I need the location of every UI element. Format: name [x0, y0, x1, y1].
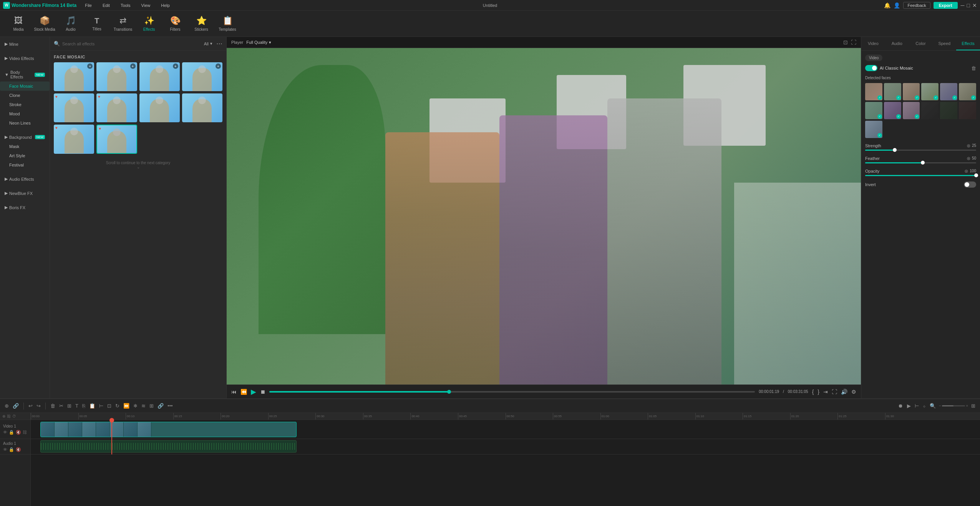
face-thumb-1[interactable]: ✓ [865, 83, 882, 100]
track-audio-mute-icon[interactable]: 🔇 [16, 447, 21, 452]
tl-add-icon[interactable]: ⊕ [2, 414, 5, 418]
tab-audio[interactable]: Audio [885, 37, 909, 50]
sidebar-item-stroke[interactable]: Stroke [0, 100, 50, 109]
strength-reset-icon[interactable]: ◎ [967, 143, 970, 148]
face-thumb-13[interactable]: ✓ [865, 121, 882, 138]
effects-filter[interactable]: All ▾ [204, 41, 212, 46]
face-thumb-5[interactable]: ✓ [940, 83, 957, 100]
track-mute-icon[interactable]: 🔇 [16, 430, 21, 435]
tl-grid-icon[interactable]: ⊞ [970, 402, 976, 409]
strength-track[interactable] [865, 150, 976, 151]
step-back-icon[interactable]: ⏪ [240, 389, 247, 395]
tl-zoom-icon[interactable]: 🔍 [929, 402, 937, 409]
toolbar-stock-media[interactable]: 📦 Stock Media [32, 13, 57, 35]
face-thumb-9[interactable]: ✓ [903, 102, 920, 119]
strength-thumb[interactable] [893, 148, 897, 152]
add-icon-paint[interactable]: + [216, 63, 221, 69]
toolbar-stickers[interactable]: ⭐ Stickers [189, 13, 214, 35]
face-thumb-10[interactable] [921, 102, 939, 119]
track-connect-icon[interactable]: ⛓ [23, 430, 27, 435]
tl-speed-icon[interactable]: ⏩ [123, 402, 130, 409]
user-icon[interactable]: 👤 [894, 2, 900, 8]
face-thumb-2[interactable]: ✓ [884, 83, 901, 100]
volume-icon[interactable]: 🔊 [841, 389, 847, 395]
stop-icon[interactable]: ⏹ [260, 389, 265, 395]
tl-rotate-icon[interactable]: ↻ [114, 402, 120, 409]
effect-card-scribble-blur[interactable]: + AI Scribble Blur [96, 62, 137, 91]
sidebar-header-boris[interactable]: ▶ Boris FX [0, 203, 50, 212]
opacity-thumb[interactable] [974, 173, 978, 177]
heart-icon-classic[interactable]: ♥ [99, 126, 101, 131]
tl-split-icon[interactable]: ⊞ [66, 402, 72, 409]
tl-group-icon[interactable]: ⊞ [149, 402, 154, 409]
effect-card-paint-blur[interactable]: + AI Paint Blur [182, 62, 222, 91]
tl-crop-icon[interactable]: ⊡ [106, 402, 112, 409]
heart-icon-surface[interactable]: ♥ [55, 126, 58, 130]
face-thumb-4[interactable]: ✓ [921, 83, 939, 100]
tl-trim-icon[interactable]: ⊢ [98, 402, 104, 409]
toolbar-effects[interactable]: ✨ Effects [137, 13, 161, 35]
toolbar-filters[interactable]: 🎨 Filters [163, 13, 187, 35]
opacity-reset-icon[interactable]: ◎ [965, 169, 968, 173]
tab-color[interactable]: Color [909, 37, 933, 50]
close-button[interactable]: ✕ [972, 2, 977, 8]
minimize-button[interactable]: ─ [961, 2, 965, 8]
tl-freeze-icon[interactable]: ❄ [133, 402, 138, 409]
effect-card-pastel-blur[interactable]: + AI Pastel Blur [139, 62, 180, 91]
fullscreen-btn-icon[interactable]: ⛶ [832, 389, 837, 395]
feedback-button[interactable]: Feedback [903, 2, 930, 9]
search-input[interactable] [62, 42, 202, 46]
sidebar-header-mine[interactable]: ▶ Mine [0, 39, 50, 49]
sidebar-item-mask[interactable]: Mask [0, 142, 50, 151]
effect-toggle[interactable] [865, 65, 877, 71]
sidebar-item-festival[interactable]: Festival [0, 160, 50, 170]
feather-reset-icon[interactable]: ◎ [967, 156, 970, 160]
feather-thumb[interactable] [921, 161, 925, 165]
video-clip-1[interactable] [40, 422, 297, 437]
effect-card-surface-blur[interactable]: ♥ AI Surface Blur [54, 125, 94, 153]
face-thumb-7[interactable]: ✓ [865, 102, 882, 119]
track-lock-icon[interactable]: 🔒 [9, 430, 14, 435]
audio-clip-1[interactable] [40, 440, 297, 453]
effect-card-cross-blur[interactable]: AI Cross Blur [182, 93, 222, 122]
menu-tools[interactable]: Tools [118, 2, 133, 8]
toolbar-titles[interactable]: T Titles [85, 13, 109, 35]
tab-effects[interactable]: Effects [956, 37, 980, 50]
sidebar-item-face-mosaic[interactable]: Face Mosaic [0, 82, 50, 91]
tl-copy-icon[interactable]: ⎘ [81, 402, 86, 409]
tl-link-icon[interactable]: 🔗 [157, 402, 164, 409]
tl-cut-icon[interactable]: ✂ [58, 402, 64, 409]
effect-card-ink-blur[interactable]: AI Ink Blur [139, 93, 180, 122]
toolbar-transitions[interactable]: ⇄ Transitions [111, 13, 135, 35]
menu-view[interactable]: View [139, 2, 153, 8]
heart-icon-horiz[interactable]: ♥ [98, 95, 100, 99]
tl-magnetic-icon[interactable]: 🔗 [12, 402, 20, 409]
quality-selector[interactable]: Full Quality ▾ [246, 40, 271, 45]
tl-redo-icon[interactable]: ↪ [36, 402, 41, 409]
tl-link2-icon[interactable]: ⛓ [7, 414, 11, 418]
face-thumb-3[interactable]: ✓ [903, 83, 920, 100]
effect-card-classic-mosaic[interactable]: ♥ AI Classic Mosaic [96, 125, 137, 153]
skip-back-icon[interactable]: ⏮ [231, 389, 237, 395]
face-thumb-12[interactable] [959, 102, 976, 119]
tab-video[interactable]: Video [861, 37, 885, 50]
clip-to-playhead-icon[interactable]: ⇥ [823, 389, 828, 395]
track-audio-lock-icon[interactable]: 🔒 [9, 447, 14, 452]
sidebar-header-video-effects[interactable]: ▶ Video Effects [0, 53, 50, 63]
tl-delete-icon[interactable]: 🗑 [50, 402, 56, 409]
effect-card-horizontal-blur[interactable]: ♥ AI Horizontal Blur [96, 93, 137, 122]
tl-play-icon[interactable]: ▶ [906, 402, 912, 409]
playhead[interactable] [111, 420, 112, 454]
toolbar-audio[interactable]: 🎵 Audio [58, 13, 83, 35]
tl-snap-icon[interactable]: ⊢ [914, 402, 920, 409]
toolbar-templates[interactable]: 📋 Templates [215, 13, 240, 35]
mark-out-icon[interactable]: } [817, 389, 819, 395]
tl-undo-icon[interactable]: ↩ [28, 402, 33, 409]
sidebar-header-audio-effects[interactable]: ▶ Audio Effects [0, 174, 50, 184]
tl-record-icon[interactable]: ⏺ [897, 402, 904, 409]
invert-toggle[interactable] [964, 181, 976, 188]
sidebar-item-mood[interactable]: Mood [0, 109, 50, 118]
export-button[interactable]: Export [934, 2, 958, 9]
tl-clock-icon[interactable]: ⏱ [12, 414, 16, 418]
zoom-plus-icon[interactable]: + [966, 404, 968, 408]
